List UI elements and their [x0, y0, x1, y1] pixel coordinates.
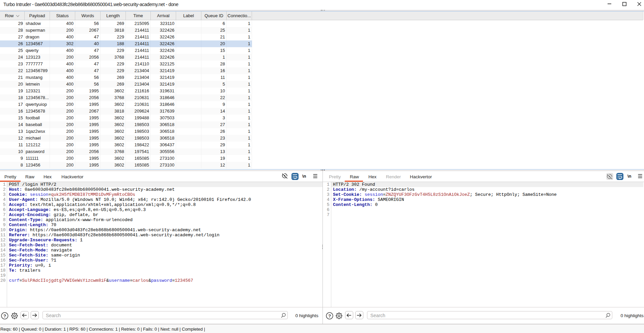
- svg-text:?: ?: [328, 313, 331, 318]
- svg-text:?: ?: [3, 313, 6, 318]
